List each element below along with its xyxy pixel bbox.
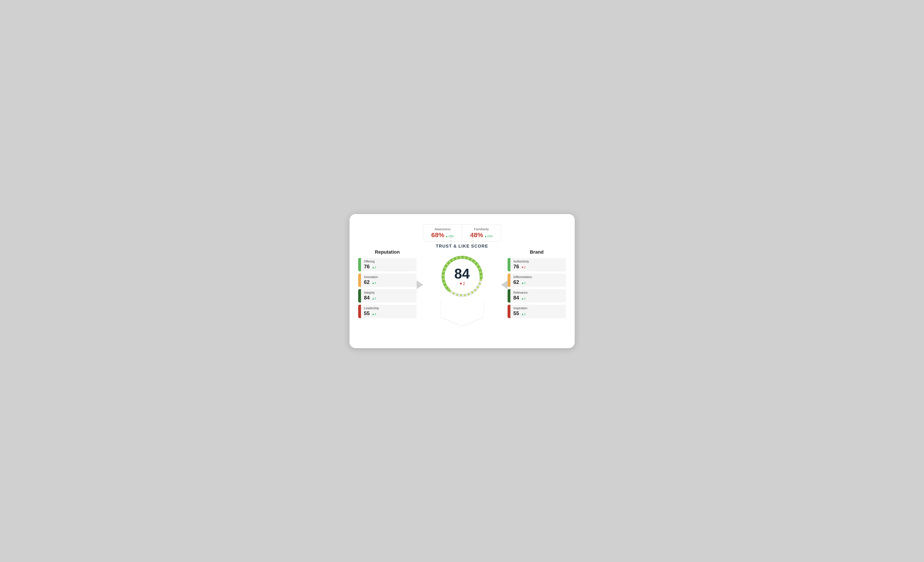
reputation-title: Reputation (375, 249, 400, 255)
authenticity-name: Authenticity (513, 260, 563, 263)
relevance-color-bar (508, 289, 510, 302)
main-screen: Awareness 68% ▲15% Familiarity 48% ▲15% … (350, 214, 575, 348)
inspiration-delta: ▲3 (521, 312, 525, 316)
awareness-label: Awareness (431, 227, 454, 231)
gauge-center: 84 ▼2 (454, 267, 470, 286)
awareness-value: 68% (431, 231, 444, 239)
differentiation-color-bar (508, 274, 510, 287)
trust-score-value: 84 (454, 267, 470, 281)
brand-authenticity-row: Authenticity 76 ▼2 (508, 258, 566, 271)
familiarity-label: Familiarity (470, 227, 493, 231)
innovation-score: 62 (364, 279, 370, 285)
leadership-delta: ▲3 (372, 312, 376, 316)
brand-differentiation-row: Differentiation 62 ▲3 (508, 274, 566, 287)
innovation-name: Innovation (364, 275, 414, 279)
awareness-change: ▲15% (446, 235, 454, 238)
leadership-score: 55 (364, 310, 370, 316)
offering-score: 76 (364, 264, 370, 269)
offering-info: Offering 76 ▲3 (361, 258, 417, 271)
main-content: Reputation Offering 76 ▲3 Innovation 62 (358, 244, 566, 326)
leadership-name: Leadership (364, 306, 414, 310)
innovation-color-bar (358, 274, 361, 287)
differentiation-name: Differentiation (513, 275, 563, 279)
left-arrow-connector (417, 278, 427, 291)
authenticity-color-bar (508, 258, 510, 271)
reputation-panel: Reputation Offering 76 ▲3 Innovation 62 (358, 249, 417, 320)
offering-delta: ▲3 (372, 266, 376, 269)
brand-panel: Brand Authenticity 76 ▼2 Differentiation… (508, 249, 566, 320)
top-metrics-row: Awareness 68% ▲15% Familiarity 48% ▲15% (423, 224, 501, 242)
reputation-offering-row: Offering 76 ▲3 (358, 258, 417, 271)
reputation-innovation-row: Innovation 62 ▲3 (358, 274, 417, 287)
svg-marker-4 (501, 281, 508, 289)
brand-title: Brand (530, 249, 544, 255)
familiarity-card: Familiarity 48% ▲15% (462, 224, 501, 242)
leadership-info: Leadership 55 ▲3 (361, 305, 417, 318)
differentiation-delta: ▲3 (521, 281, 525, 285)
shield-shape (441, 300, 484, 326)
differentiation-score: 62 (513, 279, 519, 285)
innovation-delta: ▲3 (372, 281, 376, 285)
integrity-color-bar (358, 289, 361, 302)
authenticity-delta: ▼2 (521, 266, 525, 269)
familiarity-value: 48% (470, 231, 483, 239)
right-arrow-connector (497, 278, 508, 291)
integrity-info: Integrity 84 ▲3 (361, 289, 417, 302)
reputation-integrity-row: Integrity 84 ▲3 (358, 289, 417, 302)
inspiration-score: 55 (513, 310, 519, 316)
svg-marker-0 (417, 281, 423, 289)
authenticity-score: 76 (513, 264, 519, 269)
awareness-card: Awareness 68% ▲15% (423, 224, 462, 242)
inspiration-info: Inspiration 55 ▲3 (510, 305, 566, 318)
authenticity-info: Authenticity 76 ▼2 (510, 258, 566, 271)
center-panel: TRUST & LIKE SCORE 84 ▼2 (427, 244, 497, 326)
relevance-score: 84 (513, 295, 519, 300)
shield-svg (441, 300, 484, 326)
inspiration-name: Inspiration (513, 306, 563, 310)
integrity-delta: ▲3 (372, 297, 376, 300)
familiarity-change: ▲15% (484, 235, 493, 238)
differentiation-info: Differentiation 62 ▲3 (510, 274, 566, 287)
gauge-container: 84 ▼2 (438, 253, 486, 300)
offering-name: Offering (364, 260, 414, 263)
relevance-name: Relevance (513, 291, 563, 294)
trust-score-delta: ▼2 (454, 281, 470, 286)
leadership-color-bar (358, 305, 361, 318)
trust-score-label: TRUST & LIKE SCORE (436, 244, 488, 249)
brand-inspiration-row: Inspiration 55 ▲3 (508, 305, 566, 318)
brand-relevance-row: Relevance 84 ▲3 (508, 289, 566, 302)
innovation-info: Innovation 62 ▲3 (361, 274, 417, 287)
integrity-score: 84 (364, 295, 370, 300)
integrity-name: Integrity (364, 291, 414, 294)
inspiration-color-bar (508, 305, 510, 318)
relevance-info: Relevance 84 ▲3 (510, 289, 566, 302)
offering-color-bar (358, 258, 361, 271)
reputation-leadership-row: Leadership 55 ▲3 (358, 305, 417, 318)
relevance-delta: ▲3 (521, 297, 525, 300)
